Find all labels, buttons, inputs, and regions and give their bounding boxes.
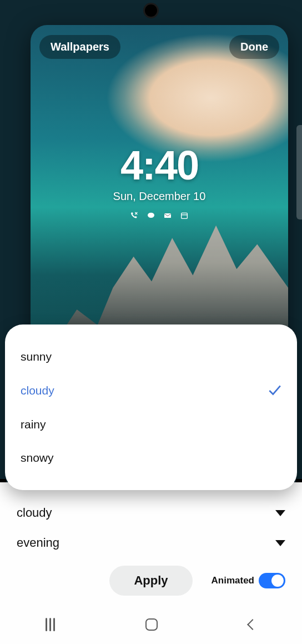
animated-toggle[interactable] [259,573,285,588]
weather-select[interactable]: cloudy [17,498,285,528]
weather-option-snowy[interactable]: snowy [19,441,283,475]
option-label: sunny [21,350,52,363]
notification-icons-row [31,211,288,221]
weather-select-value: cloudy [17,506,52,520]
animated-toggle-row[interactable]: Animated [212,573,285,588]
option-label: snowy [21,451,54,465]
messages-icon [146,211,156,221]
option-label: cloudy [21,384,54,397]
done-button[interactable]: Done [229,35,279,59]
chevron-down-icon [275,510,285,516]
weather-option-rainy[interactable]: rainy [19,408,283,441]
clock-date: Sun, December 10 [31,190,288,203]
front-camera [143,3,159,18]
time-of-day-select[interactable]: evening [17,528,285,558]
weather-options-dropdown: sunny cloudy rainy snowy [5,325,297,490]
nav-home-button[interactable] [145,618,158,631]
clock-time: 4:40 [31,142,288,189]
missed-call-icon [129,211,139,221]
system-nav-bar [0,605,302,644]
mail-icon [163,211,173,221]
nav-recents-button[interactable] [46,618,55,631]
weather-option-cloudy[interactable]: cloudy [19,373,283,408]
chevron-down-icon [275,540,285,546]
lock-screen-clock[interactable]: 4:40 Sun, December 10 [31,142,288,221]
wallpapers-button[interactable]: Wallpapers [39,35,120,59]
option-label: rainy [21,418,46,431]
checkmark-icon [267,383,281,398]
scrollbar[interactable] [296,125,302,219]
bottom-panel: cloudy evening Apply Animated [0,482,302,644]
weather-option-sunny[interactable]: sunny [19,340,283,373]
calendar-icon [179,211,189,221]
apply-button[interactable]: Apply [109,566,192,596]
animated-label: Animated [212,575,254,586]
svg-rect-2 [182,213,188,218]
time-of-day-value: evening [17,536,59,550]
nav-back-button[interactable] [247,619,258,630]
svg-point-0 [148,213,154,218]
